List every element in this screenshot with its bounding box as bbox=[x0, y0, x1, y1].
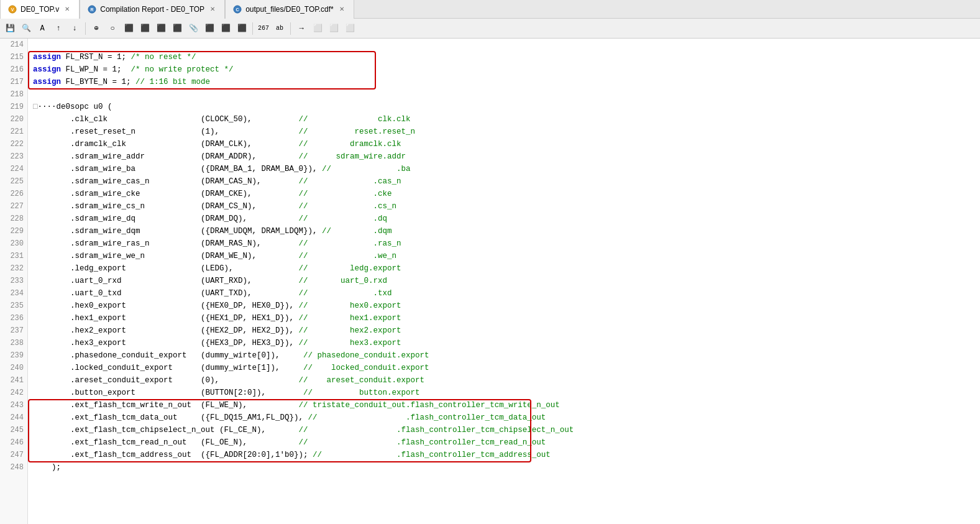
line-number: 230 bbox=[0, 237, 27, 250]
line-number: 228 bbox=[0, 213, 27, 225]
line-number: 223 bbox=[0, 150, 27, 163]
line-number: 224 bbox=[0, 163, 27, 175]
toolbar-btn4[interactable]: ↓ bbox=[67, 21, 82, 36]
line-number: 218 bbox=[0, 88, 27, 101]
toolbar-btn9[interactable]: ⬛ bbox=[153, 21, 168, 36]
line-number: 241 bbox=[0, 374, 27, 387]
line-number: 239 bbox=[0, 349, 27, 362]
tab-compilation-report[interactable]: R Compilation Report - DE0_TOP ✕ bbox=[80, 0, 225, 19]
line-number: 243 bbox=[0, 399, 27, 411]
toolbar-find-btn[interactable]: 🔍 bbox=[19, 21, 34, 36]
toolbar-btn5[interactable]: ⊕ bbox=[89, 21, 104, 36]
code-line: .ext_flash_tcm_chipselect_n_out (FL_CE_N… bbox=[33, 424, 980, 436]
toolbar-btn2[interactable]: A bbox=[35, 21, 50, 36]
toolbar-btn7[interactable]: ⬛ bbox=[121, 21, 136, 36]
code-line: .sdram_wire_addr (DRAM_ADDR), // sdram_w… bbox=[33, 150, 980, 163]
code-line: .hex1_export ({HEX1_DP, HEX1_D}), // hex… bbox=[33, 312, 980, 324]
toolbar-btn8[interactable]: ⬛ bbox=[137, 21, 152, 36]
code-line: .sdram_wire_cs_n (DRAM_CS_N), // .cs_n bbox=[33, 200, 980, 213]
tab-label: output_files/DE0_TOP.cdf* bbox=[245, 5, 334, 14]
code-line: .sdram_wire_ras_n (DRAM_RAS_N), // .ras_… bbox=[33, 237, 980, 250]
code-line: .areset_conduit_export (0), // areset_co… bbox=[33, 374, 980, 387]
toolbar-zoom-btn[interactable]: 267 bbox=[256, 21, 271, 36]
code-line: .ext_flash_tcm_read_n_out (FL_OE_N), // … bbox=[33, 436, 980, 449]
toolbar-btn10[interactable]: ⬛ bbox=[170, 21, 185, 36]
report-icon: R bbox=[88, 5, 96, 14]
code-line: .ext_flash_tcm_data_out ({FL_DQ15_AM1,FL… bbox=[33, 411, 980, 424]
code-wrapper: assign FL_RST_N = 1; /* no reset */assig… bbox=[28, 39, 980, 524]
cdf-icon: C bbox=[233, 5, 242, 14]
toolbar-btn16[interactable]: ⬜ bbox=[342, 21, 357, 36]
toolbar-btn13[interactable]: ⬛ bbox=[234, 21, 249, 36]
line-number: 221 bbox=[0, 126, 27, 138]
line-number: 232 bbox=[0, 262, 27, 275]
title-bar: V DE0_TOP.v ✕ R Compilation Report - DE0… bbox=[0, 0, 980, 19]
toolbar-arrow-btn[interactable]: → bbox=[294, 21, 309, 36]
code-line: .dramclk_clk (DRAM_CLK), // dramclk.clk bbox=[33, 138, 980, 150]
line-number: 240 bbox=[0, 362, 27, 374]
line-number: 219 bbox=[0, 101, 27, 113]
svg-text:R: R bbox=[91, 7, 94, 12]
line-number: 234 bbox=[0, 287, 27, 300]
file-icon: V bbox=[8, 5, 17, 14]
toolbar-btn14[interactable]: ⬜ bbox=[310, 21, 325, 36]
tab-output-cdf[interactable]: C output_files/DE0_TOP.cdf* ✕ bbox=[225, 0, 354, 19]
code-line: .hex0_export ({HEX0_DP, HEX0_D}), // hex… bbox=[33, 300, 980, 312]
line-number: 215 bbox=[0, 51, 27, 63]
code-line: .reset_reset_n (1), // reset.reset_n bbox=[33, 126, 980, 138]
code-line: assign FL_RST_N = 1; /* no reset */ bbox=[33, 51, 980, 63]
line-number: 225 bbox=[0, 175, 27, 188]
tab-close-btn[interactable]: ✕ bbox=[208, 5, 217, 13]
line-number: 244 bbox=[0, 411, 27, 424]
line-number: 242 bbox=[0, 387, 27, 399]
code-line: .locked_conduit_export (dummy_wirte[1]),… bbox=[33, 362, 980, 374]
tab-close-btn[interactable]: ✕ bbox=[337, 5, 346, 13]
line-number: 233 bbox=[0, 275, 27, 287]
toolbar-save-btn[interactable]: 💾 bbox=[2, 21, 17, 36]
code-line: .phasedone_conduit_export (dummy_wirte[0… bbox=[33, 349, 980, 362]
toolbar-btn12[interactable]: ⬛ bbox=[218, 21, 233, 36]
code-line: ); bbox=[33, 461, 980, 474]
toolbar-ab-btn[interactable]: ab bbox=[272, 21, 287, 36]
code-line: .sdram_wire_dq (DRAM_DQ), // .dq bbox=[33, 213, 980, 225]
tab-label: DE0_TOP.v bbox=[21, 5, 59, 14]
code-content[interactable]: assign FL_RST_N = 1; /* no reset */assig… bbox=[28, 39, 980, 474]
code-line: .hex2_export ({HEX2_DP, HEX2_D}), // hex… bbox=[33, 324, 980, 337]
code-line: .ledg_export (LEDG), // ledg.export bbox=[33, 262, 980, 275]
svg-text:C: C bbox=[236, 7, 239, 12]
tab-close-btn[interactable]: ✕ bbox=[63, 5, 71, 13]
code-line: .sdram_wire_we_n (DRAM_WE_N), // .we_n bbox=[33, 250, 980, 262]
toolbar-btn11[interactable]: ⬛ bbox=[202, 21, 217, 36]
toolbar-clip-btn[interactable]: 📎 bbox=[186, 21, 201, 36]
toolbar-btn3[interactable]: ↑ bbox=[51, 21, 66, 36]
toolbar-btn15[interactable]: ⬜ bbox=[326, 21, 341, 36]
code-line: assign FL_BYTE_N = 1; // 1:16 bit mode bbox=[33, 76, 980, 88]
line-number: 226 bbox=[0, 188, 27, 200]
toolbar: 💾 🔍 A ↑ ↓ ⊕ ○ ⬛ ⬛ ⬛ ⬛ 📎 ⬛ ⬛ ⬛ 267 ab → ⬜… bbox=[0, 19, 980, 39]
toolbar-btn6[interactable]: ○ bbox=[105, 21, 120, 36]
toolbar-sep2 bbox=[252, 22, 253, 35]
code-line: .ext_flash_tcm_write_n_out (FL_WE_N), //… bbox=[33, 399, 980, 411]
line-number: 245 bbox=[0, 424, 27, 436]
code-line bbox=[33, 88, 980, 101]
code-line: .sdram_wire_dqm ({DRAM_UDQM, DRAM_LDQM})… bbox=[33, 225, 980, 237]
code-area: 2142152162172182192202212222232242252262… bbox=[0, 39, 980, 524]
line-number: 216 bbox=[0, 63, 27, 76]
code-line: .uart_0_rxd (UART_RXD), // uart_0.rxd bbox=[33, 275, 980, 287]
line-numbers: 2142152162172182192202212222232242252262… bbox=[0, 39, 28, 524]
tab-de0-top-v[interactable]: V DE0_TOP.v ✕ bbox=[0, 0, 80, 19]
code-line: □····de0sopc u0 ( bbox=[33, 101, 980, 113]
line-number: 227 bbox=[0, 200, 27, 213]
code-line: .sdram_wire_cas_n (DRAM_CAS_N), // .cas_… bbox=[33, 175, 980, 188]
code-line: .ext_flash_tcm_address_out ({FL_ADDR[20:… bbox=[33, 449, 980, 461]
code-line: .hex3_export ({HEX3_DP, HEX3_D}), // hex… bbox=[33, 337, 980, 349]
line-number: 248 bbox=[0, 461, 27, 474]
toolbar-sep1 bbox=[85, 22, 86, 35]
line-number: 237 bbox=[0, 324, 27, 337]
code-line: .uart_0_txd (UART_TXD), // .txd bbox=[33, 287, 980, 300]
code-line: .sdram_wire_ba ({DRAM_BA_1, DRAM_BA_0}),… bbox=[33, 163, 980, 175]
line-number: 238 bbox=[0, 337, 27, 349]
line-number: 229 bbox=[0, 225, 27, 237]
toolbar-sep3 bbox=[290, 22, 291, 35]
line-number: 214 bbox=[0, 39, 27, 51]
